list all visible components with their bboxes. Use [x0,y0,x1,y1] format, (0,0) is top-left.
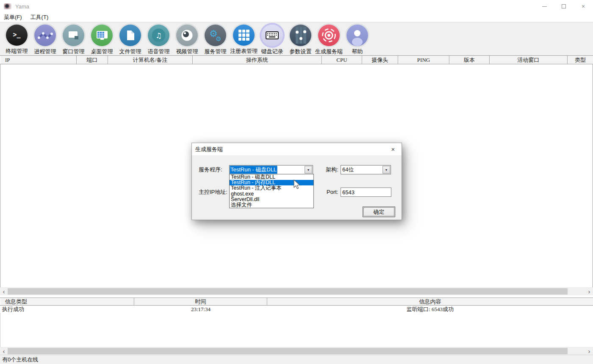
desktop-icon [91,25,113,46]
toolbar-item-window[interactable]: 窗口管理 [59,22,88,55]
close-icon: × [582,3,585,10]
scroll-right-icon: › [588,347,590,355]
person-icon [346,25,368,46]
close-icon: × [391,146,395,153]
svg-text:⚙: ⚙ [216,35,221,43]
log-table-header: 信息类型 时间 信息内容 [0,298,593,306]
video-icon [176,25,198,46]
dropdown-option-choose-file[interactable]: 选择文件 [230,202,313,208]
dropdown-option-serverdll[interactable]: ServerDll.dll [230,197,313,202]
mouse-cursor [293,179,301,190]
column-header-version[interactable]: 版本 [449,56,490,64]
ok-button[interactable]: 确定 [363,207,395,217]
toolbar-item-video[interactable]: 视频管理 [173,22,201,55]
column-header-computer-name[interactable]: 计算机名/备注 [108,56,193,64]
scroll-right-button[interactable]: › [585,347,593,355]
port-label: Port: [327,188,338,197]
toolbar-item-keylogger[interactable]: 键盘记录 [258,22,286,55]
column-header-os[interactable]: 操作系统 [193,56,322,64]
menu-item-tools[interactable]: 工具(T) [26,13,53,22]
scrollbar-thumb[interactable] [8,348,568,354]
scrollbar-thumb[interactable] [8,288,568,295]
dropdown-option-inject-notepad[interactable]: TestRun - 注入记事本 [230,185,313,191]
app-icon [4,3,11,9]
dropdown-option-memory-dll[interactable]: TestRun - 内存DLL [230,180,313,185]
log-cell-type: 执行成功 [0,306,134,313]
arch-combobox[interactable]: 64位 ▼ [341,165,391,174]
minimize-button[interactable] [535,0,554,13]
target-icon [318,25,340,46]
column-header-active-window[interactable]: 活动窗口 [490,56,568,64]
scroll-left-icon: ‹ [3,347,5,355]
process-icon [34,25,56,46]
column-header-cpu[interactable]: CPU [322,56,362,64]
dropdown-option-ghost-exe[interactable]: ghost.exe [230,191,313,197]
toolbar-item-service[interactable]: ⚙ ⚙ 服务管理 [201,22,230,55]
sliders-icon [290,25,311,46]
column-header-ip[interactable]: IP [0,56,77,64]
yama-main-window: { "window": { "title": "Yama", "status_b… [0,0,593,364]
scroll-left-button[interactable]: ‹ [0,347,8,355]
window-title: Yama [15,3,29,10]
scroll-right-button[interactable]: › [585,288,593,295]
service-program-label: 服务程序: [199,165,222,174]
registry-icon [233,25,255,46]
audio-icon: ♫ [148,25,169,46]
ok-button-label: 确定 [363,207,394,216]
column-header-camera[interactable]: 摄像头 [362,56,398,64]
dropdown-option-disk-dll[interactable]: TestRun - 磁盘DLL [230,174,313,180]
master-ip-label: 主控IP地址: [199,188,227,197]
column-header-time[interactable]: 时间 [134,298,267,305]
host-list-hscrollbar[interactable]: ‹ › [0,287,593,295]
chevron-down-icon: ▼ [307,168,310,171]
maximize-icon [562,4,566,8]
status-text: 有0个主机在线 [2,356,38,364]
arch-label: 架构: [326,165,338,174]
file-icon [119,25,141,46]
toolbar: >_ 终端管理 进程管理 窗口管理 [0,22,593,55]
log-cell-time: 23:17:34 [134,306,267,313]
keyboard-icon [261,25,283,46]
column-header-msg-content[interactable]: 信息内容 [267,298,593,305]
toolbar-item-registry[interactable]: 注册表管理 [230,22,258,55]
dialog-titlebar[interactable]: 生成服务端 × [192,143,402,155]
scroll-right-icon: › [588,288,590,295]
column-header-type[interactable]: 类型 [568,56,593,64]
toolbar-item-help[interactable]: 帮助 [343,22,371,55]
chevron-down-icon: ▼ [385,168,388,171]
toolbar-item-settings[interactable]: 参数设置 [286,22,315,55]
column-header-msg-type[interactable]: 信息类型 [0,298,134,305]
window-titlebar[interactable]: Yama × [0,0,593,13]
scroll-left-button[interactable]: ‹ [0,288,8,295]
window-controls: × [535,0,593,13]
log-cell-content: 监听端口: 6543成功 [267,306,593,313]
close-button[interactable]: × [574,0,593,13]
toolbar-item-generate-server[interactable]: 生成服务端 [315,22,343,55]
toolbar-item-process[interactable]: 进程管理 [31,22,59,55]
service-program-combobox[interactable]: TestRun - 磁盘DLL ▼ [229,165,313,174]
maximize-button[interactable] [554,0,574,13]
combobox-selected-value: TestRun - 磁盘DLL [230,165,277,174]
log-list-hscrollbar[interactable]: ‹ › [0,347,593,355]
menu-item-menu[interactable]: 菜单(F) [0,13,26,22]
combobox-dropdown-button[interactable]: ▼ [382,166,390,174]
scroll-left-icon: ‹ [3,288,5,295]
status-bar: 有0个主机在线 [0,355,593,364]
toolbar-item-audio[interactable]: ♫ 语音管理 [144,22,173,55]
svg-text:♫: ♫ [155,31,162,40]
toolbar-item-desktop[interactable]: 桌面管理 [88,22,116,55]
service-icon: ⚙ ⚙ [205,25,226,46]
toolbar-item-terminal[interactable]: >_ 终端管理 [3,22,31,55]
service-program-dropdown-list: TestRun - 磁盘DLL TestRun - 内存DLL TestRun … [229,174,314,208]
toolbar-item-file[interactable]: 文件管理 [116,22,144,55]
log-list-area[interactable] [0,313,593,347]
log-row[interactable]: 执行成功 23:17:34 监听端口: 6543成功 [0,306,593,313]
column-header-ping[interactable]: PING [398,56,449,64]
port-input[interactable] [341,188,391,197]
combobox-dropdown-button[interactable]: ▼ [305,166,312,174]
window-icon [63,25,84,46]
host-table-header: IP 端口 计算机名/备注 操作系统 CPU 摄像头 PING 版本 活动窗口 … [0,55,593,64]
column-header-port[interactable]: 端口 [77,56,108,64]
minimize-icon [542,6,547,7]
dialog-close-button[interactable]: × [385,143,402,155]
